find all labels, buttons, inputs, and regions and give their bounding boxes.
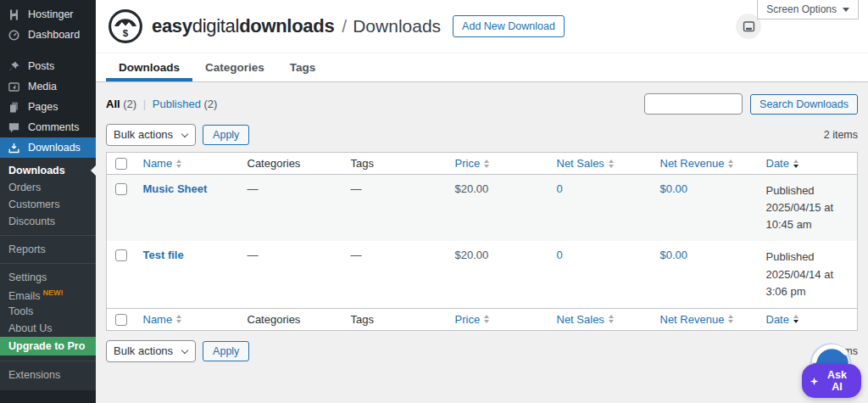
search-downloads-button[interactable]: Search Downloads: [750, 94, 858, 115]
column-footer-net-revenue[interactable]: Net Revenue: [652, 308, 758, 330]
tab-downloads[interactable]: Downloads: [106, 53, 192, 81]
column-header-tags: Tags: [342, 153, 447, 175]
screen-options-button[interactable]: Screen Options: [757, 0, 859, 20]
search-box: Search Downloads: [644, 93, 858, 115]
ask-ai-button[interactable]: Ask AI: [802, 364, 861, 398]
chevron-down-icon: [181, 131, 188, 137]
filter-all-link[interactable]: All: [106, 98, 120, 110]
submenu-item-extensions[interactable]: Extensions: [0, 367, 96, 383]
brand-name: easydigitaldownloads: [152, 15, 334, 37]
row-checkbox[interactable]: [115, 183, 127, 195]
cell-categories: —: [239, 175, 342, 242]
table-row: Test file — — $20.00 0 $0.00 Published20…: [107, 241, 858, 308]
cell-tags: —: [342, 241, 447, 308]
column-header-date[interactable]: Date: [758, 153, 858, 175]
sidebar-item-posts[interactable]: Posts: [0, 56, 96, 76]
table-footer-row: Name Categories Tags Price Net Sales Net…: [107, 308, 858, 330]
submenu-divider: [0, 235, 96, 236]
table-header-row: Name Categories Tags Price Net Sales Net…: [107, 153, 858, 175]
submenu-item-orders[interactable]: Orders: [0, 179, 96, 196]
net-revenue-link[interactable]: $0.00: [660, 182, 688, 195]
search-input[interactable]: [644, 93, 743, 115]
status-text: Published: [766, 249, 849, 266]
chevron-down-icon: [843, 8, 849, 12]
bulk-actions-select[interactable]: Bulk actions: [106, 340, 196, 362]
column-footer-tags: Tags: [342, 308, 447, 330]
submenu-item-about-us[interactable]: About Us: [0, 320, 96, 337]
tab-categories[interactable]: Categories: [192, 53, 277, 81]
top-toolbar: Bulk actions Apply 2 items: [106, 124, 858, 146]
sidebar-item-pages[interactable]: Pages: [0, 97, 96, 117]
sidebar-item-hostinger[interactable]: Hostinger: [0, 4, 96, 25]
sidebar-item-comments[interactable]: Comments: [0, 117, 96, 137]
tab-tags[interactable]: Tags: [277, 53, 329, 81]
pin-icon: [8, 60, 20, 73]
column-footer-categories: Categories: [239, 308, 342, 330]
column-header-net-sales[interactable]: Net Sales: [548, 153, 652, 175]
column-footer-net-sales[interactable]: Net Sales: [548, 308, 652, 330]
plugin-header: $ easydigitaldownloads / Downloads Add N…: [96, 0, 868, 53]
submenu-item-discounts[interactable]: Discounts: [0, 213, 96, 230]
content-area: Screen Options $ easydigitaldownloads / …: [96, 0, 868, 403]
download-name-link[interactable]: Test file: [143, 249, 184, 261]
column-footer-name[interactable]: Name: [135, 308, 239, 330]
column-header-categories: Categories: [239, 153, 342, 175]
column-header-price[interactable]: Price: [447, 153, 548, 175]
apply-button[interactable]: Apply: [203, 125, 249, 145]
downloads-submenu: Downloads Orders Customers Discounts Rep…: [0, 158, 96, 390]
column-header-name[interactable]: Name: [135, 153, 239, 175]
date-text: 2025/04/15 at 10:45 am: [766, 199, 849, 233]
net-sales-link[interactable]: 0: [557, 182, 563, 195]
status-filters: All (2) | Published (2): [106, 98, 217, 110]
edd-logo: $: [108, 8, 143, 44]
column-footer-date[interactable]: Date: [758, 308, 858, 330]
row-checkbox[interactable]: [115, 249, 127, 261]
submenu-item-upgrade-to-pro[interactable]: Upgrade to Pro: [0, 337, 96, 355]
submenu-item-downloads[interactable]: Downloads: [0, 162, 96, 179]
net-revenue-link[interactable]: $0.00: [660, 249, 688, 261]
sort-icon: [176, 315, 181, 323]
sort-icon: [609, 160, 614, 168]
sort-icon: [484, 315, 489, 323]
svg-text:$: $: [123, 28, 129, 38]
submenu-item-reports[interactable]: Reports: [0, 241, 96, 258]
sidebar-item-downloads[interactable]: Downloads: [0, 137, 96, 158]
add-new-download-button[interactable]: Add New Download: [453, 15, 565, 37]
submenu-divider: [0, 361, 96, 361]
download-name-link[interactable]: Music Sheet: [143, 182, 208, 195]
page-title: Downloads: [353, 16, 441, 36]
hostinger-icon: [8, 8, 20, 21]
sidebar-item-media[interactable]: Media: [0, 76, 96, 97]
select-all-checkbox[interactable]: [115, 314, 127, 326]
new-badge: NEW!: [43, 288, 64, 297]
sidebar-separator: [0, 45, 96, 56]
tab-bar: Downloads Categories Tags: [96, 53, 868, 82]
ask-ai-widget: Ask AI: [800, 342, 861, 398]
net-sales-link[interactable]: 0: [557, 249, 563, 261]
apply-button[interactable]: Apply: [203, 341, 249, 361]
laptop-icon: [742, 20, 756, 34]
column-header-net-revenue[interactable]: Net Revenue: [652, 153, 758, 175]
table-row: Music Sheet — — $20.00 0 $0.00 Published…: [107, 175, 858, 242]
sort-icon: [728, 315, 733, 323]
submenu-item-customers[interactable]: Customers: [0, 196, 96, 213]
download-icon: [8, 142, 20, 154]
submenu-divider: [0, 263, 96, 264]
select-all-checkbox[interactable]: [115, 158, 127, 170]
cell-price: $20.00: [447, 241, 548, 308]
sparkle-icon: [810, 376, 819, 387]
items-count: 2 items: [824, 129, 858, 141]
submenu-item-emails[interactable]: EmailsNEW!: [0, 286, 96, 303]
sidebar-item-dashboard[interactable]: Dashboard: [0, 25, 96, 45]
submenu-item-settings[interactable]: Settings: [0, 269, 96, 286]
submenu-item-tools[interactable]: Tools: [0, 303, 96, 320]
admin-sidebar: Hostinger Dashboard Posts Media Pages Co…: [0, 0, 96, 403]
filter-published-link[interactable]: Published: [153, 98, 201, 110]
media-icon: [8, 81, 20, 93]
bottom-toolbar: Bulk actions Apply 2 items: [106, 340, 858, 362]
cell-categories: —: [239, 241, 342, 308]
column-footer-price[interactable]: Price: [447, 308, 548, 330]
bulk-actions-select[interactable]: Bulk actions: [106, 124, 196, 146]
dashboard-icon: [8, 29, 20, 42]
status-text: Published: [766, 182, 849, 199]
